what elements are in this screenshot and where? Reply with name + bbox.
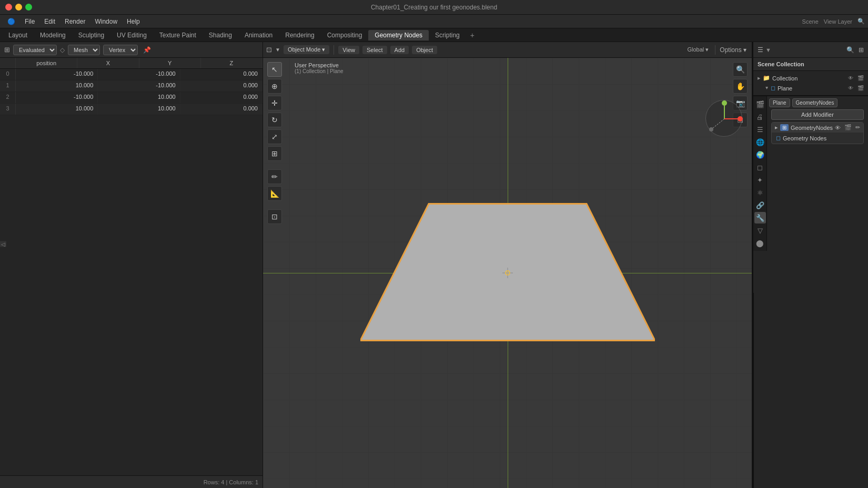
options-icon[interactable]: Options ▾ <box>720 46 746 54</box>
col-header-y: Y <box>139 58 201 68</box>
plane-render-icon[interactable]: 🎬 <box>857 85 864 91</box>
props-data-tab[interactable]: ▽ <box>754 225 766 236</box>
viewport-header: ⊡ ▼ Object Mode ▾ View Select Add Object… <box>263 42 752 58</box>
props-tab-icons: 🎬 🖨 ☰ 🌐 🌍 ◻ ✦ ⚛ 🔗 🔧 ▽ ⬤ <box>753 96 767 251</box>
mesh-dropdown[interactable]: Mesh <box>68 45 100 55</box>
props-constraints-tab[interactable]: 🔗 <box>754 199 766 211</box>
scene-label: Scene <box>802 18 819 25</box>
menu-file[interactable]: File <box>21 17 39 26</box>
props-particles-tab[interactable]: ✦ <box>754 174 766 186</box>
props-physics-tab[interactable]: ⚛ <box>754 187 766 198</box>
props-view-layer-tab[interactable]: ☰ <box>754 124 766 135</box>
modifier-sub-item: ◻ Geometry Nodes <box>772 133 863 144</box>
menu-window[interactable]: Window <box>90 17 122 26</box>
row-index-0: 0 <box>0 69 16 80</box>
tab-shading[interactable]: Shading <box>203 30 238 40</box>
props-world-tab[interactable]: 🌍 <box>754 149 766 160</box>
table-row: 2 -10.000 10.000 0.000 <box>0 92 263 104</box>
close-button[interactable] <box>5 4 12 11</box>
menu-blender[interactable]: 🔵 <box>3 17 19 26</box>
rotate-tool-button[interactable]: ↻ <box>267 113 282 127</box>
properties-tabs: 🎬 🖨 ☰ 🌐 🌍 ◻ ✦ ⚛ 🔗 🔧 ▽ ⬤ <box>753 96 868 251</box>
transform-tool-button[interactable]: ⊞ <box>267 146 282 161</box>
tab-uv-editing[interactable]: UV Editing <box>110 30 153 40</box>
scene-collection-header: Scene Collection <box>753 58 868 71</box>
geometry-nodes-ref-button[interactable]: GeometryNodes <box>792 98 838 107</box>
collection-item-collection[interactable]: ▸ 📁 Collection 👁 🎬 <box>753 73 868 83</box>
add-modifier-button[interactable]: Add Modifier <box>771 109 864 120</box>
props-body: 🎬 🖨 ☰ 🌐 🌍 ◻ ✦ ⚛ 🔗 🔧 ▽ ⬤ <box>753 96 868 251</box>
global-dropdown[interactable]: Global ▾ <box>687 46 709 53</box>
search-icon[interactable]: 🔍 <box>857 18 865 25</box>
annotate-tool-button[interactable]: ✏ <box>267 169 282 184</box>
view-menu[interactable]: View <box>338 46 359 54</box>
props-modifiers-tab[interactable]: 🔧 <box>754 212 766 223</box>
tab-texture-paint[interactable]: Texture Paint <box>153 30 203 40</box>
tab-geometry-nodes[interactable]: Geometry Nodes <box>368 30 429 40</box>
select-menu[interactable]: Select <box>362 46 387 54</box>
cell-2-y: 10.000 <box>98 92 180 103</box>
add-object-tool-button[interactable]: ⊡ <box>267 209 282 224</box>
cell-0-y: -10.000 <box>98 69 180 80</box>
add-menu[interactable]: Add <box>390 46 409 54</box>
measure-tool-button[interactable]: 📐 <box>267 186 282 201</box>
table-row: 0 -10.000 -10.000 0.000 <box>0 69 263 80</box>
modifier-collapse-icon[interactable]: ▸ <box>775 124 778 131</box>
hand-tool-button[interactable]: ✋ <box>733 79 748 94</box>
spreadsheet-panel: ⊞ Evaluated ◇ Mesh Vertex 📌 position X Y… <box>0 42 263 488</box>
plane-ref-button[interactable]: Plane <box>769 98 790 107</box>
add-modifier-label: Add Modifier <box>801 111 834 118</box>
tab-layout[interactable]: Layout <box>2 30 34 40</box>
spreadsheet-footer: Rows: 4 | Columns: 1 <box>0 475 263 488</box>
plane-visibility-icon[interactable]: 👁 <box>848 85 853 91</box>
svg-line-9 <box>711 119 724 129</box>
move-tool-button[interactable]: ✛ <box>267 96 282 110</box>
svg-point-6 <box>722 100 727 106</box>
row-index-1: 1 <box>0 80 16 92</box>
outliner-header: ☰ ▼ 🔍 ⊞ <box>753 42 868 58</box>
view-camera-button[interactable]: 🔍 <box>733 62 748 77</box>
props-scene-tab[interactable]: 🌐 <box>754 136 766 148</box>
render-icon[interactable]: 🎬 <box>857 75 864 81</box>
view-layer-label: View Layer <box>824 18 852 25</box>
props-material-tab[interactable]: ⬤ <box>754 237 766 249</box>
tab-animation[interactable]: Animation <box>238 30 279 40</box>
minimize-button[interactable] <box>15 4 22 11</box>
select-tool-button[interactable]: ↖ <box>267 62 282 77</box>
props-output-tab[interactable]: 🖨 <box>754 111 766 123</box>
svg-point-4 <box>507 272 508 273</box>
tab-rendering[interactable]: Rendering <box>279 30 320 40</box>
panel-arrow[interactable]: ◁ <box>0 241 6 247</box>
cell-0-z: 0.000 <box>180 69 263 80</box>
plane-icon: ◻ <box>771 85 775 92</box>
menu-edit[interactable]: Edit <box>40 17 59 26</box>
search-outliner-icon[interactable]: 🔍 <box>846 46 854 54</box>
props-object-tab[interactable]: ◻ <box>754 161 766 173</box>
tab-compositing[interactable]: Compositing <box>321 30 369 40</box>
tab-modeling[interactable]: Modeling <box>34 30 72 40</box>
menu-render[interactable]: Render <box>60 17 89 26</box>
viewport-gizmo[interactable] <box>705 100 748 142</box>
cell-0-x: -10.000 <box>16 69 98 80</box>
collection-item-plane[interactable]: ▸ ◻ Plane 👁 🎬 <box>753 83 868 93</box>
props-render-tab[interactable]: 🎬 <box>754 98 766 110</box>
maximize-button[interactable] <box>25 4 32 11</box>
mode-dropdown[interactable]: Evaluated <box>13 45 57 55</box>
filter-options-icon[interactable]: ⊞ <box>859 46 864 54</box>
tab-scripting[interactable]: Scripting <box>429 30 466 40</box>
add-workspace-button[interactable]: + <box>466 30 479 40</box>
object-menu[interactable]: Object <box>412 46 437 54</box>
props-object-refs: Plane GeometryNodes <box>769 98 866 107</box>
viewport-3d[interactable]: ↖ ⊕ ✛ ↻ ⤢ ⊞ ✏ 📐 ⊡ 🔍 ✋ 📷 ⊞ User <box>263 58 752 488</box>
spreadsheet-icon: ⊞ <box>4 46 10 54</box>
cursor-tool-button[interactable]: ⊕ <box>267 79 282 94</box>
modifier-edit-icon[interactable]: ✏ <box>855 124 860 131</box>
tab-sculpting[interactable]: Sculpting <box>72 30 110 40</box>
menu-help[interactable]: Help <box>123 17 144 26</box>
domain-dropdown[interactable]: Vertex <box>103 45 138 55</box>
modifier-render-icon[interactable]: 🎬 <box>844 124 852 131</box>
scale-tool-button[interactable]: ⤢ <box>267 129 282 144</box>
modifier-visibility-icon[interactable]: 👁 <box>835 125 841 131</box>
visibility-icon[interactable]: 👁 <box>848 75 853 81</box>
object-mode-dropdown[interactable]: Object Mode ▾ <box>284 45 329 54</box>
